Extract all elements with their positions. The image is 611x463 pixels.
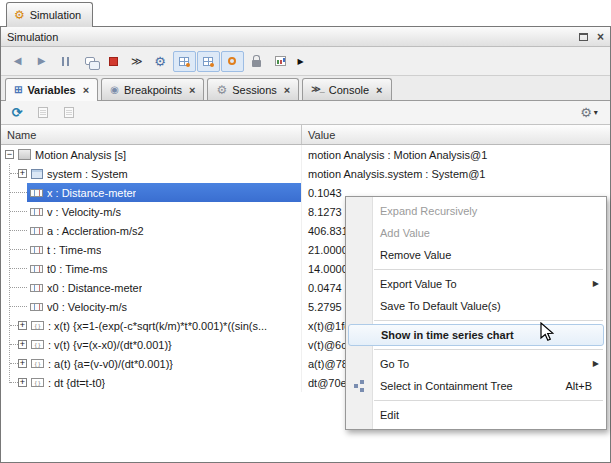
- tree-toggle[interactable]: +: [18, 169, 27, 178]
- pause-icon: [62, 57, 69, 66]
- tree-toggle[interactable]: +: [18, 359, 27, 368]
- row-name: system : System: [47, 168, 128, 180]
- terminate-button[interactable]: [102, 51, 125, 72]
- export-value-button[interactable]: [58, 103, 80, 122]
- tree-connector: [10, 287, 27, 288]
- row-highlight: : v(t) {v=(x-x0)/(dt*0.001)}: [28, 335, 301, 354]
- value-property-icon: [30, 189, 43, 197]
- constraint-icon: [31, 321, 44, 330]
- row-highlight: a : Accleration-m/s2: [27, 221, 301, 240]
- tree-connector: [10, 173, 18, 174]
- tab-label: Breakpoints: [124, 84, 182, 96]
- table-row[interactable]: − Motion Analysis [s] motion Analysis : …: [1, 145, 610, 164]
- name-cell: v0 : Velocity-m/s: [1, 297, 301, 316]
- menu-item-label: Go To: [380, 358, 409, 370]
- tab-close-icon[interactable]: ×: [284, 84, 290, 96]
- menu-item-label: Edit: [380, 409, 399, 421]
- row-name: : v(t) {v=(x-x0)/(dt*0.001)}: [48, 339, 172, 351]
- row-name: x : Distance-meter: [47, 187, 136, 199]
- simulation-document-tab[interactable]: ⚙ Simulation: [6, 2, 93, 27]
- simulation-gear-icon: ⚙: [14, 9, 25, 21]
- import-value-button[interactable]: [32, 103, 54, 122]
- value-property-icon: [30, 284, 43, 292]
- row-name: t0 : Time-ms: [47, 263, 108, 275]
- menu-separator: [374, 349, 603, 350]
- row-name: Motion Analysis [s]: [35, 149, 126, 161]
- screen: ⚙ Simulation Simulation × ◀ ▶ ≫ ⚙ ▶ ⊞ Va…: [0, 0, 611, 463]
- tree-toggle[interactable]: +: [18, 378, 27, 387]
- menu-item-label: Save To Default Value(s): [380, 300, 501, 312]
- table-row[interactable]: + system : System motion Analysis.system…: [1, 164, 610, 183]
- menu-item-remove-value[interactable]: Remove Value: [346, 244, 606, 266]
- part-icon: [31, 169, 43, 179]
- value-cell: motion Analysis : Motion Analysis@1: [301, 145, 610, 164]
- step-backward-button[interactable]: ◀: [6, 51, 29, 72]
- pause-button[interactable]: [54, 51, 77, 72]
- chart-icon: [275, 56, 286, 66]
- name-cell: + : dt {dt=t-t0}: [1, 373, 301, 392]
- animation-settings-button[interactable]: ⚙: [149, 51, 172, 72]
- row-name: x0 : Distance-meter: [47, 282, 142, 294]
- tree-toggle[interactable]: −: [5, 150, 14, 159]
- variables-pane-button[interactable]: [197, 51, 220, 72]
- document-icon: [38, 107, 48, 118]
- tab-close-icon[interactable]: ×: [376, 84, 382, 96]
- name-cell: a : Accleration-m/s2: [1, 221, 301, 240]
- column-header-name[interactable]: Name: [1, 129, 301, 141]
- row-value: 21.0000: [308, 244, 348, 256]
- tab-sessions[interactable]: ⚙ Sessions ×: [207, 78, 299, 100]
- name-cell: x : Distance-meter: [1, 183, 301, 202]
- document-tab-strip: ⚙ Simulation: [0, 0, 611, 26]
- value-property-icon: [30, 265, 43, 273]
- comments-button[interactable]: [78, 51, 101, 72]
- menu-item-go-to[interactable]: Go To ▶: [346, 353, 606, 375]
- row-value: motion Analysis : Motion Analysis@1: [308, 149, 487, 161]
- menu-item-expand-recursively: Expand Recursively: [346, 200, 606, 222]
- menu-item-export-value-to[interactable]: Export Value To ▶: [346, 273, 606, 295]
- row-highlight: t : Time-ms: [27, 240, 301, 259]
- menu-item-edit[interactable]: Edit: [346, 404, 606, 426]
- name-cell: + system : System: [1, 164, 301, 183]
- menu-item-label: Show in time series chart: [381, 329, 514, 341]
- lock-button[interactable]: [245, 51, 268, 72]
- tab-close-icon[interactable]: ×: [83, 84, 89, 96]
- constraint-icon: [31, 340, 44, 349]
- run-button[interactable]: ▶: [30, 51, 53, 72]
- export-chart-button[interactable]: [269, 51, 292, 72]
- tab-label: Sessions: [232, 84, 277, 96]
- value-property-icon: [30, 246, 43, 254]
- tab-breakpoints[interactable]: ◉ Breakpoints ×: [101, 78, 204, 100]
- close-panel-button[interactable]: ×: [597, 31, 604, 43]
- menu-item-save-to-default-values[interactable]: Save To Default Value(s): [346, 295, 606, 317]
- float-panel-button[interactable]: [579, 33, 588, 41]
- row-value: 0.0474: [308, 282, 342, 294]
- watch-pane-button[interactable]: [173, 51, 196, 72]
- name-cell: t0 : Time-ms: [1, 259, 301, 278]
- menu-item-label: Remove Value: [380, 249, 451, 261]
- tab-close-icon[interactable]: ×: [189, 84, 195, 96]
- toolbar-overflow-icon[interactable]: ≫: [131, 56, 143, 67]
- tree-connector: [10, 363, 18, 364]
- menu-item-label: Add Value: [380, 227, 430, 239]
- tab-console[interactable]: ≫_ Console ×: [302, 78, 391, 100]
- menu-separator: [374, 269, 603, 270]
- menu-item-show-in-time-series-chart[interactable]: Show in time series chart: [348, 324, 604, 346]
- toolbar-menu-arrow-icon[interactable]: ▶: [298, 57, 304, 66]
- menu-item-label: Select in Containment Tree: [380, 380, 513, 392]
- menu-item-shortcut: Alt+B: [565, 375, 592, 397]
- record-button[interactable]: [221, 51, 244, 72]
- tree-connector: [10, 306, 27, 307]
- tab-variables[interactable]: ⊞ Variables ×: [5, 78, 98, 101]
- tree-toggle[interactable]: +: [18, 321, 27, 330]
- column-header-value[interactable]: Value: [301, 125, 610, 144]
- record-icon: [228, 57, 236, 65]
- options-button[interactable]: ⚙ ▾: [573, 103, 605, 122]
- tree-toggle[interactable]: +: [18, 340, 27, 349]
- row-highlight: Motion Analysis [s]: [15, 145, 301, 164]
- refresh-button[interactable]: ⟳: [6, 103, 28, 122]
- tree-connector: [10, 211, 27, 212]
- menu-item-select-in-containment-tree[interactable]: Select in Containment Tree Alt+B: [346, 375, 606, 397]
- lock-icon: [252, 60, 261, 67]
- float-window-icon: [579, 33, 588, 41]
- row-highlight: x : Distance-meter: [27, 183, 301, 202]
